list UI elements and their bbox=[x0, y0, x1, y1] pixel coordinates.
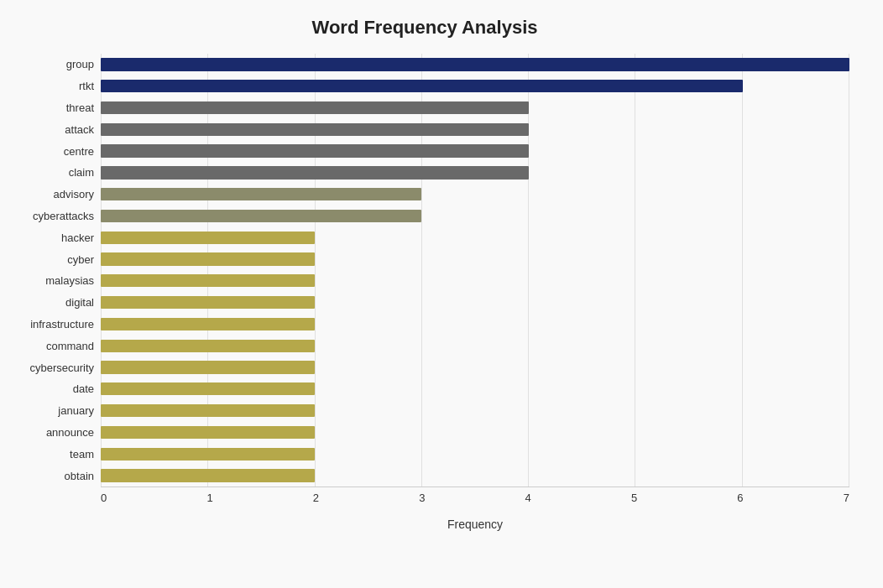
bar-row bbox=[101, 270, 849, 292]
y-label: date bbox=[8, 378, 101, 400]
bar bbox=[101, 80, 743, 92]
bar bbox=[101, 318, 315, 330]
bar-row bbox=[101, 118, 849, 140]
bar bbox=[101, 123, 529, 136]
bar bbox=[101, 232, 315, 244]
x-tick: 3 bbox=[419, 487, 425, 504]
bar bbox=[101, 188, 421, 200]
bar-row bbox=[101, 54, 849, 75]
x-tick: 1 bbox=[206, 487, 212, 504]
bar-row bbox=[101, 465, 849, 487]
bar-row bbox=[101, 292, 849, 314]
bar bbox=[101, 340, 315, 352]
y-label: cybersecurity bbox=[8, 356, 101, 378]
y-label: attack bbox=[8, 118, 101, 140]
bar bbox=[101, 469, 315, 481]
x-axis: 01234567 Frequency bbox=[101, 487, 849, 516]
y-label: malaysias bbox=[8, 270, 101, 292]
bar-row bbox=[101, 162, 849, 184]
bar bbox=[101, 166, 529, 179]
y-label: january bbox=[8, 400, 101, 422]
bar-row bbox=[101, 422, 849, 444]
bar-row bbox=[101, 184, 849, 206]
bars-wrapper bbox=[101, 54, 849, 487]
bar-row bbox=[101, 400, 849, 422]
bar bbox=[101, 361, 315, 373]
x-tick: 7 bbox=[844, 487, 849, 504]
bar-row bbox=[101, 378, 849, 400]
chart-title: Word Frequency Analysis bbox=[8, 17, 849, 39]
y-label: centre bbox=[8, 140, 101, 162]
y-label: digital bbox=[8, 292, 101, 314]
bar bbox=[101, 210, 421, 222]
y-label: cyberattacks bbox=[8, 206, 101, 227]
y-label: advisory bbox=[8, 184, 101, 206]
x-tick: 4 bbox=[525, 487, 531, 504]
x-tick: 5 bbox=[631, 487, 637, 504]
bar bbox=[101, 58, 849, 70]
bar-row bbox=[101, 335, 849, 356]
bar-row bbox=[101, 356, 849, 378]
bar-row bbox=[101, 75, 849, 97]
y-label: infrastructure bbox=[8, 314, 101, 336]
y-label: claim bbox=[8, 162, 101, 184]
y-label: cyber bbox=[8, 248, 101, 270]
chart-area: grouprtktthreatattackcentreclaimadvisory… bbox=[8, 54, 849, 516]
y-label: threat bbox=[8, 97, 101, 119]
bar-row bbox=[101, 140, 849, 162]
bar bbox=[101, 426, 315, 439]
bar bbox=[101, 144, 529, 157]
y-label: announce bbox=[8, 422, 101, 444]
bar bbox=[101, 296, 315, 309]
x-tick: 2 bbox=[313, 487, 319, 504]
y-label: obtain bbox=[8, 465, 101, 487]
x-axis-label: Frequency bbox=[101, 518, 849, 531]
x-tick: 6 bbox=[737, 487, 743, 504]
bar-row bbox=[101, 97, 849, 119]
y-label: hacker bbox=[8, 226, 101, 248]
bar bbox=[101, 404, 315, 417]
bar bbox=[101, 101, 529, 114]
bar bbox=[101, 252, 315, 265]
bars-section bbox=[101, 54, 849, 487]
bar-row bbox=[101, 443, 849, 465]
y-label: group bbox=[8, 54, 101, 75]
bar-row bbox=[101, 248, 849, 270]
bar-row bbox=[101, 226, 849, 248]
y-label: rtkt bbox=[8, 75, 101, 97]
bar bbox=[101, 382, 315, 395]
bar-row bbox=[101, 206, 849, 227]
bar bbox=[101, 274, 315, 287]
bar-row bbox=[101, 314, 849, 336]
y-label: team bbox=[8, 443, 101, 465]
x-tick: 0 bbox=[101, 487, 107, 504]
bars-and-x: 01234567 Frequency bbox=[101, 54, 849, 516]
y-axis-labels: grouprtktthreatattackcentreclaimadvisory… bbox=[8, 54, 101, 516]
chart-container: Word Frequency Analysis grouprtktthreata… bbox=[0, 0, 883, 588]
bar bbox=[101, 448, 315, 461]
x-tick-container: 01234567 bbox=[101, 487, 849, 504]
y-label: command bbox=[8, 335, 101, 356]
